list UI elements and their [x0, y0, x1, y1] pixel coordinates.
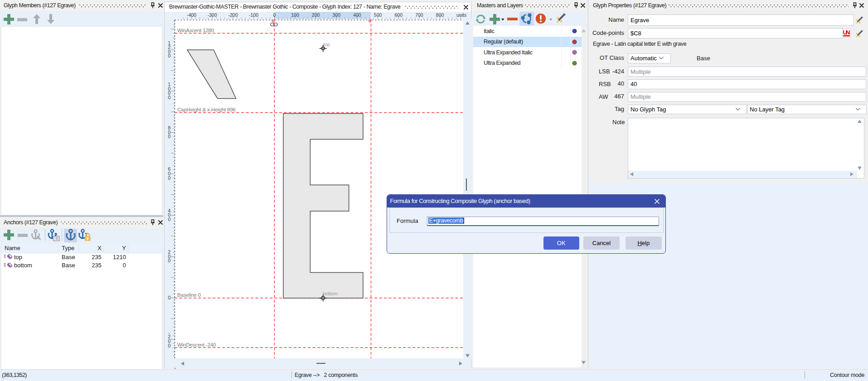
- svg-text:CapHeight & x-Height 896: CapHeight & x-Height 896: [177, 106, 236, 112]
- svg-text:WinAscent 1280: WinAscent 1280: [177, 27, 214, 33]
- svg-text:top: top: [323, 42, 330, 47]
- svg-text:WinDescent -240: WinDescent -240: [177, 342, 216, 347]
- svg-text:UN: UN: [843, 29, 850, 36]
- svg-text:bottom: bottom: [323, 291, 338, 296]
- svg-text:Baseline 0: Baseline 0: [177, 292, 201, 298]
